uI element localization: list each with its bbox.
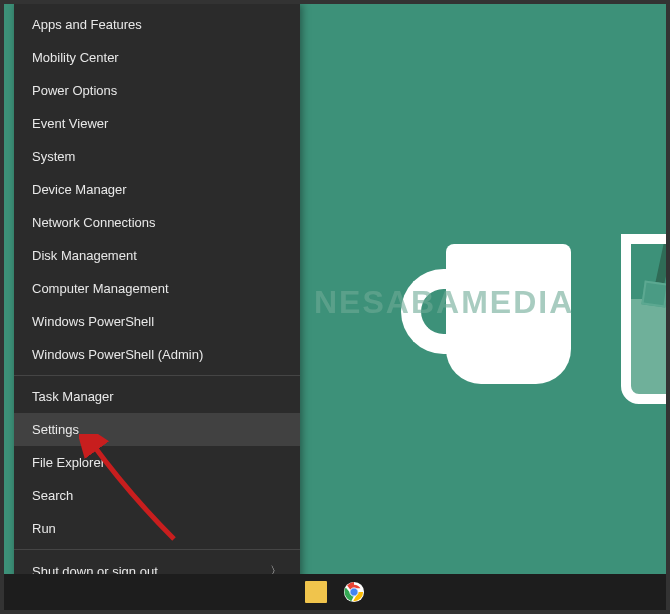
menu-item-label: System [32,149,75,164]
menu-item-powershell-admin[interactable]: Windows PowerShell (Admin) [14,338,300,371]
menu-item-label: Windows PowerShell [32,314,154,329]
menu-item-computer-management[interactable]: Computer Management [14,272,300,305]
menu-item-label: Event Viewer [32,116,108,131]
chrome-taskbar-icon[interactable] [342,580,366,604]
menu-item-device-manager[interactable]: Device Manager [14,173,300,206]
menu-item-label: Network Connections [32,215,156,230]
menu-item-label: Computer Management [32,281,169,296]
menu-item-task-manager[interactable]: Task Manager [14,380,300,413]
mug-illustration [391,244,571,384]
menu-item-label: Power Options [32,83,117,98]
menu-item-label: Task Manager [32,389,114,404]
file-explorer-taskbar-icon[interactable] [304,580,328,604]
menu-item-disk-management[interactable]: Disk Management [14,239,300,272]
menu-item-power-options[interactable]: Power Options [14,74,300,107]
menu-separator [14,375,300,376]
menu-item-label: Windows PowerShell (Admin) [32,347,203,362]
menu-item-settings[interactable]: Settings [14,413,300,446]
menu-item-mobility-center[interactable]: Mobility Center [14,41,300,74]
menu-item-label: Search [32,488,73,503]
taskbar [4,574,666,610]
menu-item-label: Device Manager [32,182,127,197]
menu-item-label: Mobility Center [32,50,119,65]
menu-item-label: File Explorer [32,455,105,470]
menu-item-label: Apps and Features [32,17,142,32]
menu-separator [14,549,300,550]
menu-item-label: Disk Management [32,248,137,263]
menu-item-file-explorer[interactable]: File Explorer [14,446,300,479]
menu-item-run[interactable]: Run [14,512,300,545]
menu-item-powershell[interactable]: Windows PowerShell [14,305,300,338]
menu-item-system[interactable]: System [14,140,300,173]
menu-item-apps-features[interactable]: Apps and Features [14,8,300,41]
menu-item-event-viewer[interactable]: Event Viewer [14,107,300,140]
winx-context-menu: Apps and Features Mobility Center Power … [14,4,300,614]
menu-item-label: Run [32,521,56,536]
menu-item-network-connections[interactable]: Network Connections [14,206,300,239]
glass-illustration [621,204,670,404]
menu-item-label: Settings [32,422,79,437]
menu-item-search[interactable]: Search [14,479,300,512]
